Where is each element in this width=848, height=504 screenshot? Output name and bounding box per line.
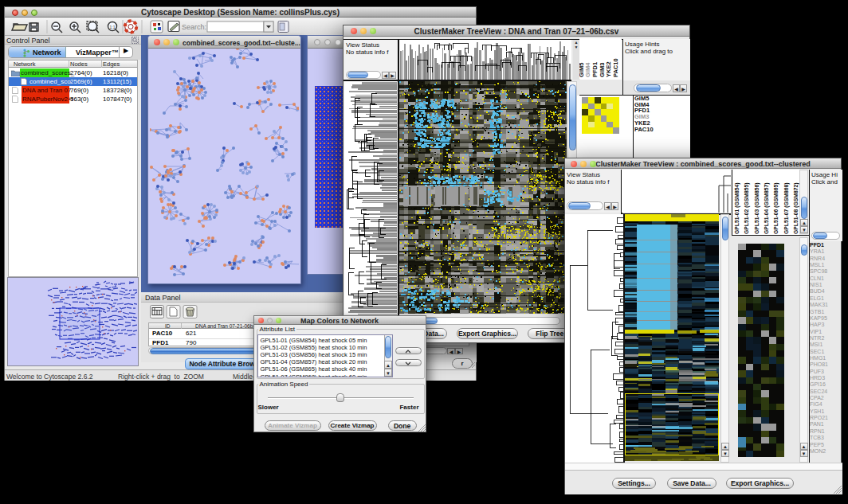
svg-text:YKE2: YKE2 [605,61,612,77]
svg-text:GPL51-01 (GSM854): GPL51-01 (GSM854) [734,182,740,234]
svg-text:GIM3: GIM3 [599,63,606,77]
svg-text:PFD1: PFD1 [591,62,599,77]
svg-text:GPL51-03 (GSM856): GPL51-03 (GSM856) [754,182,760,234]
svg-text:GPL51-07 (GSM868): GPL51-07 (GSM868) [783,182,790,234]
svg-text:GPL51-02 (GSM855): GPL51-02 (GSM855) [744,182,750,234]
svg-text:Search:: Search: [182,23,206,31]
svg-text:GPL51-06 (GSM865): GPL51-06 (GSM865) [773,182,779,234]
svg-text:GPL51-04 (GSM857): GPL51-04 (GSM857) [764,182,770,234]
svg-text:GPL51-08 (GSM872): GPL51-08 (GSM872) [793,182,799,234]
svg-text:PAC10: PAC10 [612,58,619,77]
svg-text:1:1: 1:1 [110,25,116,29]
